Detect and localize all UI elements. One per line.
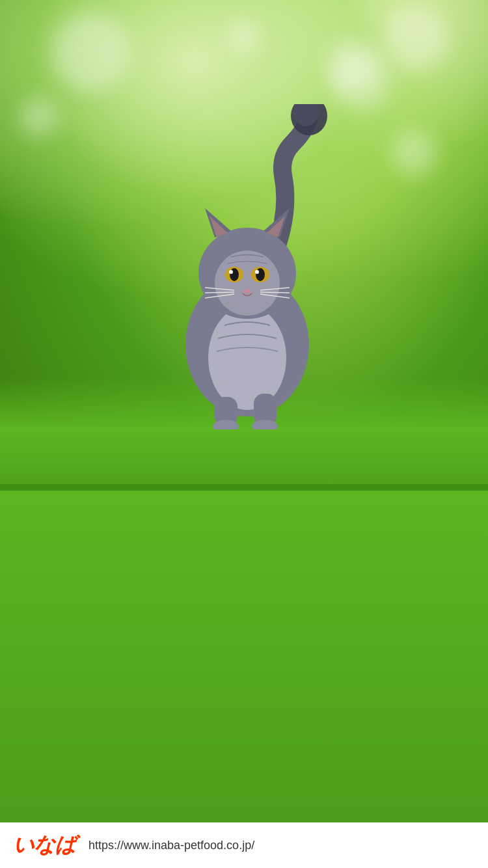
footer-url: https://www.inaba-petfood.co.jp/ — [88, 839, 254, 852]
svg-point-13 — [256, 268, 265, 281]
svg-point-14 — [229, 270, 233, 274]
photo-background — [0, 0, 488, 508]
footer: いなば https://www.inaba-petfood.co.jp/ — [0, 822, 488, 868]
cat-image — [146, 104, 342, 429]
svg-point-15 — [255, 270, 259, 274]
inaba-logo: いなば — [13, 831, 75, 860]
svg-point-12 — [230, 268, 239, 281]
svg-point-5 — [215, 251, 280, 316]
calendar-section: Sun Mon Tue Wed Thu Fri Sat 123456789101… — [0, 484, 488, 868]
svg-line-21 — [260, 292, 290, 293]
svg-line-18 — [205, 292, 234, 293]
